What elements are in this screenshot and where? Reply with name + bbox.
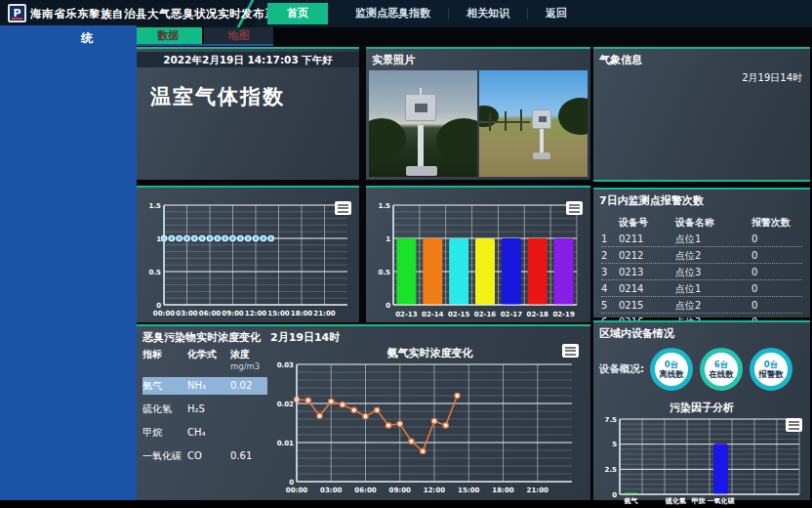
app-header: P 海南省乐东黎族自治县大气恶臭状况实时发布系 首页 监测点恶臭指数 相关知识 … bbox=[0, 0, 812, 27]
alarm-table: 设备号 设备名称 报警次数 10211点位1020212点位2030213点位3… bbox=[593, 210, 810, 330]
panel-daily-chart: 00.511.502-1302-1402-1502-1602-1702-1802… bbox=[366, 186, 590, 322]
device-base bbox=[533, 152, 550, 159]
alarm-count: 0台 bbox=[764, 360, 778, 369]
nh3-chart-title: 氨气实时浓度变化 bbox=[271, 346, 589, 360]
daily-bar-chart: 00.511.502-1302-1402-1502-1602-1702-1802… bbox=[370, 199, 585, 318]
device-stat-circles: 0台 离线数 6台 在线数 0台 报警数 bbox=[650, 348, 792, 391]
svg-text:15:00: 15:00 bbox=[458, 487, 479, 494]
svg-text:09:00: 09:00 bbox=[389, 487, 411, 494]
dashboard-root: P 海南省乐东黎族自治县大气恶臭状况实时发布系 首页 监测点恶臭指数 相关知识 … bbox=[0, 0, 812, 508]
nav-item-odor-index[interactable]: 监测点恶臭指数 bbox=[338, 3, 448, 24]
panel-greenhouse-index: 2022年2月19日 14:17:03 下午好 温室气体指数 bbox=[137, 47, 359, 180]
svg-text:02-14: 02-14 bbox=[422, 311, 444, 318]
fence bbox=[505, 111, 507, 131]
fence bbox=[520, 109, 522, 131]
panel-greenhouse-chart: 00.511.500:0003:0006:0009:0012:0015:0018… bbox=[137, 186, 359, 322]
svg-text:1: 1 bbox=[386, 235, 390, 243]
svg-text:12:00: 12:00 bbox=[245, 310, 266, 318]
nav-item-knowledge[interactable]: 相关知识 bbox=[449, 3, 527, 24]
nav-item-back[interactable]: 返回 bbox=[528, 3, 585, 24]
svg-text:硫化氢: 硫化氢 bbox=[665, 496, 686, 505]
pollutant-row[interactable]: 甲烷CH₄ bbox=[142, 424, 267, 442]
offline-count: 0台 bbox=[665, 360, 678, 369]
nav-item-home[interactable]: 首页 bbox=[267, 3, 328, 24]
col-alarm-count: 报警次数 bbox=[751, 214, 802, 231]
svg-text:00:00: 00:00 bbox=[286, 487, 307, 494]
device-overview-label: 设备概况: bbox=[599, 362, 650, 376]
svg-text:0: 0 bbox=[612, 491, 617, 499]
svg-text:02-18: 02-18 bbox=[527, 311, 549, 318]
chart-menu-icon[interactable] bbox=[786, 418, 802, 432]
svg-text:一氧化碳: 一氧化碳 bbox=[708, 497, 736, 505]
device-pole bbox=[418, 125, 424, 170]
alarm-label: 报警数 bbox=[758, 369, 784, 379]
pollutants-panel-title: 恶臭污染物实时浓度变化 bbox=[142, 330, 261, 345]
col-device-name: 设备名称 bbox=[675, 214, 751, 231]
trees bbox=[369, 118, 406, 159]
alarm-table-header: 设备号 设备名称 报警次数 bbox=[601, 214, 802, 231]
photos-panel-title: 实景照片 bbox=[366, 49, 590, 69]
svg-text:18:00: 18:00 bbox=[492, 487, 513, 494]
col-unit: mg/m3 bbox=[230, 361, 267, 371]
panel-weather: 气象信息 2月19日14时 bbox=[593, 47, 810, 182]
trees bbox=[558, 98, 588, 135]
chart-menu-icon[interactable] bbox=[562, 344, 579, 358]
tab-map[interactable]: 地图 bbox=[204, 27, 273, 44]
pollutant-row[interactable]: 硫化氢H₂S bbox=[142, 401, 267, 418]
nh3-line-chart: 00.010.020.0300:0003:0006:0009:0012:0015… bbox=[271, 360, 589, 495]
svg-text:0.03: 0.03 bbox=[277, 361, 294, 369]
offline-label: 离线数 bbox=[659, 369, 684, 379]
greenhouse-index-title: 温室气体指数 bbox=[150, 83, 359, 110]
svg-text:0: 0 bbox=[156, 302, 161, 310]
device-pole bbox=[540, 127, 544, 154]
alarm-table-row: 40214点位10 bbox=[601, 280, 802, 297]
panel-pollutants: 恶臭污染物实时浓度变化 2月19日14时 指标 化学式 浓度 mg/m3 氨气N… bbox=[137, 324, 590, 500]
pollutant-row[interactable]: 氨气NH₃0.02 bbox=[142, 377, 267, 395]
svg-text:02-13: 02-13 bbox=[395, 311, 418, 318]
weather-panel-title: 气象信息 bbox=[593, 49, 810, 69]
svg-text:03:00: 03:00 bbox=[320, 487, 342, 494]
alarm-table-row: 10211点位10 bbox=[601, 231, 802, 247]
pollutant-row[interactable]: 一氧化碳CO0.61 bbox=[142, 447, 267, 465]
photo-row bbox=[369, 70, 588, 177]
online-label: 在线数 bbox=[709, 369, 734, 379]
svg-text:1: 1 bbox=[156, 235, 161, 243]
alarm-table-row: 30213点位30 bbox=[601, 264, 802, 280]
pollutant-table-header: 指标 化学式 浓度 mg/m3 bbox=[142, 348, 267, 371]
svg-text:02-16: 02-16 bbox=[474, 311, 497, 318]
pollutant-table: 指标 化学式 浓度 mg/m3 氨气NH₃0.02硫化氢H₂S甲烷CH₄一氧化碳… bbox=[142, 348, 267, 465]
svg-text:7.5: 7.5 bbox=[605, 416, 618, 424]
panel-devices: 区域内设备情况 设备概况: 0台 离线数 6台 在线数 0台 报警数 污染因子分… bbox=[593, 320, 810, 500]
alarms-panel-title: 7日内监测点报警次数 bbox=[593, 190, 810, 210]
weather-time: 2月19日14时 bbox=[593, 69, 810, 87]
fence bbox=[489, 113, 491, 131]
svg-text:09:00: 09:00 bbox=[222, 310, 243, 318]
greenhouse-line-chart: 00.511.500:0003:0006:0009:0012:0015:0018… bbox=[141, 199, 353, 318]
tab-data[interactable]: 数据 bbox=[134, 27, 202, 44]
system-title: 海南省乐东黎族自治县大气恶臭状况实时发布系 bbox=[30, 7, 276, 21]
chart-menu-icon[interactable] bbox=[566, 201, 583, 215]
pollution-bar-chart: 02.557.5氨气一氧化碳硫化氢甲烷 bbox=[600, 415, 803, 505]
chart-menu-icon[interactable] bbox=[335, 201, 351, 215]
svg-text:甲烷: 甲烷 bbox=[692, 496, 706, 505]
datetime-label: 2022年2月19日 14:17:03 下午好 bbox=[137, 52, 359, 67]
svg-text:06:00: 06:00 bbox=[354, 487, 376, 494]
online-count: 6台 bbox=[714, 360, 728, 369]
online-count-badge: 6台 在线数 bbox=[700, 348, 743, 391]
nh3-chart-block: 氨气实时浓度变化 00.010.020.0300:0003:0006:0009:… bbox=[271, 344, 589, 500]
alarm-table-row: 50215点位20 bbox=[601, 297, 802, 314]
svg-text:21:00: 21:00 bbox=[527, 487, 548, 494]
app-logo-icon: P bbox=[8, 4, 26, 22]
main-nav: 首页 监测点恶臭指数 相关知识 返回 bbox=[267, 0, 585, 27]
svg-text:0.5: 0.5 bbox=[379, 269, 391, 276]
svg-text:0: 0 bbox=[289, 479, 294, 487]
site-photo-1[interactable] bbox=[369, 70, 477, 177]
svg-text:0.01: 0.01 bbox=[277, 440, 294, 447]
device-base bbox=[406, 166, 437, 176]
col-concentration: 浓度 bbox=[230, 348, 267, 361]
site-photo-2[interactable] bbox=[479, 70, 588, 177]
trees bbox=[436, 118, 477, 163]
svg-text:03:00: 03:00 bbox=[176, 310, 197, 318]
alarm-table-row: 20212点位20 bbox=[601, 247, 802, 264]
panel-alarms: 7日内监测点报警次数 设备号 设备名称 报警次数 10211点位1020212点… bbox=[593, 188, 810, 318]
